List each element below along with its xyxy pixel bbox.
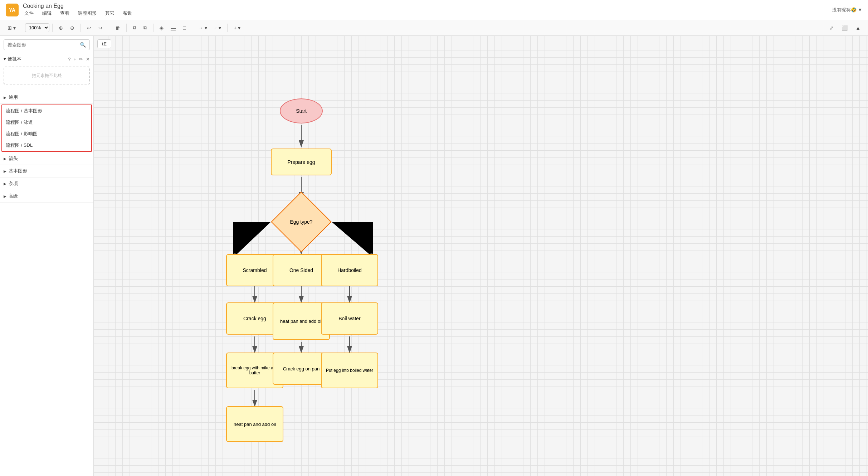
sep2 xyxy=(52,24,53,32)
expand-button[interactable]: ⤢ xyxy=(826,23,837,33)
sidebar-item-flowchart-influence[interactable]: 流程图 / 影响图 xyxy=(2,128,91,140)
sep3 xyxy=(81,24,81,32)
search-box: 🔍 xyxy=(4,39,90,50)
nav-group-flowchart-influence: 流程图 / 影响图 xyxy=(2,128,91,140)
notepad-header: ▾ 便笺本 ? + ✏ ✕ xyxy=(0,54,93,64)
zoom-buttons: ⊕ ⊖ xyxy=(55,23,78,33)
titlebar: YA Cooking an Egg 文件 编辑 查看 调整图形 其它 帮助 没有… xyxy=(0,0,868,20)
zoom-select[interactable]: 100% 75% 150% xyxy=(25,23,49,32)
canvas-area[interactable]: tE xyxy=(94,36,868,476)
undo-button[interactable]: ↩ xyxy=(84,23,94,33)
sep5 xyxy=(126,24,127,32)
sep8 xyxy=(227,24,228,32)
sep7 xyxy=(192,24,192,32)
chevron-right-icon-3: ▶ xyxy=(4,169,6,173)
sidebar-item-basic-shape[interactable]: ▶ 基本图形 xyxy=(0,165,93,178)
zoom-in-button[interactable]: ⊕ xyxy=(55,23,66,33)
fullscreen-button[interactable]: ⬜ xyxy=(838,23,851,33)
zoom-toolbar-group: 100% 75% 150% xyxy=(25,23,49,32)
format-buttons: ◈ — □ xyxy=(156,23,189,33)
nav-group-flowchart-swim: 流程图 / 泳道 xyxy=(2,117,91,128)
notepad-label[interactable]: ▾ 便笺本 xyxy=(4,56,21,62)
sep6 xyxy=(153,24,153,32)
sidebar-item-misc[interactable]: ▶ 杂项 xyxy=(0,178,93,190)
sep1 xyxy=(22,24,22,32)
paste-button[interactable]: ⧉ xyxy=(140,23,150,33)
sidebar-item-arrow[interactable]: ▶ 箭头 xyxy=(0,152,93,165)
zoom-out-button[interactable]: ⊖ xyxy=(67,23,78,33)
redo-button[interactable]: ↪ xyxy=(95,23,106,33)
notepad-section: ▾ 便笺本 ? + ✏ ✕ 把元素拖至此处 xyxy=(0,54,93,91)
notepad-icons: ? + ✏ ✕ xyxy=(68,57,90,62)
search-input[interactable] xyxy=(8,42,80,48)
copy-buttons: ⧉ ⧉ xyxy=(130,23,150,33)
menu-shape[interactable]: 调整图形 xyxy=(77,9,98,17)
app-logo: YA xyxy=(6,4,19,16)
sidebar-item-flowchart-basic[interactable]: 流程图 / 基本图形 xyxy=(2,105,91,117)
nav-group-basic-shape: ▶ 基本图形 xyxy=(0,165,93,178)
sidebar-item-flowchart-swim[interactable]: 流程图 / 泳道 xyxy=(2,117,91,128)
shape-outline-button[interactable]: □ xyxy=(180,23,189,33)
expand-buttons: ⤢ ⬜ ▲ xyxy=(826,23,864,33)
connector-buttons: → ▾ ⌐ ▾ xyxy=(195,23,224,33)
chevron-right-icon-2: ▶ xyxy=(4,157,6,161)
copy-button[interactable]: ⧉ xyxy=(130,23,140,33)
heat-pan-2-node[interactable]: heat pan and add oil xyxy=(226,406,283,442)
notepad-help-icon[interactable]: ? xyxy=(68,57,70,62)
delete-button[interactable]: 🗑 xyxy=(112,23,123,33)
menu-other[interactable]: 其它 xyxy=(104,9,116,17)
straight-connector-button[interactable]: → ▾ xyxy=(195,23,210,33)
view-toggle-button[interactable]: ⊞ ▾ xyxy=(4,23,19,33)
nav-group-arrow: ▶ 箭头 xyxy=(0,152,93,165)
collapse-button[interactable]: ▲ xyxy=(852,23,864,33)
notepad-close-icon[interactable]: ✕ xyxy=(86,57,90,62)
nav-group-general-label: 通用 xyxy=(9,94,18,101)
chevron-right-icon-5: ▶ xyxy=(4,194,6,198)
line-color-button[interactable]: — xyxy=(167,23,179,33)
menu-help[interactable]: 帮助 xyxy=(122,9,134,17)
sidebar-item-flowchart-sdl[interactable]: 流程图 / SDL xyxy=(2,140,91,151)
sidebar-item-general[interactable]: ▶ 通用 xyxy=(0,91,93,104)
app-title: Cooking an Egg xyxy=(23,3,832,9)
main-layout: 🔍 ▾ 便笺本 ? + ✏ ✕ 把元素拖至此处 ▶ 通用 xyxy=(0,36,868,476)
nav-group-advanced: ▶ 高级 xyxy=(0,190,93,203)
sidebar-item-advanced[interactable]: ▶ 高级 xyxy=(0,190,93,203)
notepad-drop-zone: 把元素拖至此处 xyxy=(4,67,90,84)
flowchart-arrows xyxy=(94,36,868,476)
sep4 xyxy=(109,24,109,32)
menu-edit[interactable]: 编辑 xyxy=(41,9,53,17)
elbow-connector-button[interactable]: ⌐ ▾ xyxy=(211,23,224,33)
nav-group-misc-label: 杂项 xyxy=(9,180,18,187)
highlighted-groups: 流程图 / 基本图形 流程图 / 泳道 流程图 / 影响图 流程图 / SDL xyxy=(1,105,92,152)
tab-indicator: tE xyxy=(97,39,111,48)
nav-group-arrow-label: 箭头 xyxy=(9,155,18,162)
chevron-right-icon-4: ▶ xyxy=(4,182,6,186)
nav-group-general: ▶ 通用 xyxy=(0,91,93,104)
user-area[interactable]: 没有昵称🤣 ▼ xyxy=(832,7,862,13)
chevron-right-icon: ▶ xyxy=(4,96,6,99)
put-egg-node[interactable]: Put egg into boiled water xyxy=(321,353,378,388)
history-buttons: ↩ ↪ xyxy=(84,23,106,33)
prepare-egg-node[interactable]: Prepare egg xyxy=(271,149,332,175)
toolbar: ⊞ ▾ 100% 75% 150% ⊕ ⊖ ↩ ↪ 🗑 ⧉ ⧉ ◈ — □ → … xyxy=(0,20,868,36)
search-icon[interactable]: 🔍 xyxy=(80,42,86,48)
hardboiled-node[interactable]: Hardboiled xyxy=(321,254,378,286)
start-node[interactable]: Start xyxy=(280,98,323,123)
nav-group-flowchart-basic: 流程图 / 基本图形 xyxy=(2,105,91,117)
egg-type-node[interactable]: Egg type? xyxy=(257,199,346,245)
nav-group-misc: ▶ 杂项 xyxy=(0,178,93,190)
boil-water-node[interactable]: Boil water xyxy=(321,302,378,335)
add-shape-button[interactable]: + ▾ xyxy=(230,23,244,33)
nav-group-flowchart-sdl: 流程图 / SDL xyxy=(2,140,91,151)
sidebar: 🔍 ▾ 便笺本 ? + ✏ ✕ 把元素拖至此处 ▶ 通用 xyxy=(0,36,94,476)
sidebar-nav: ▶ 通用 流程图 / 基本图形 流程图 / 泳道 流程图 / 影响图 流程图 /… xyxy=(0,91,93,476)
menu-bar: 文件 编辑 查看 调整图形 其它 帮助 xyxy=(23,9,832,17)
notepad-edit-icon[interactable]: ✏ xyxy=(79,57,83,62)
menu-view[interactable]: 查看 xyxy=(59,9,71,17)
fill-color-button[interactable]: ◈ xyxy=(156,23,167,33)
notepad-add-icon[interactable]: + xyxy=(73,57,76,62)
nav-group-advanced-label: 高级 xyxy=(9,193,18,199)
menu-file[interactable]: 文件 xyxy=(23,9,35,17)
title-section: Cooking an Egg 文件 编辑 查看 调整图形 其它 帮助 xyxy=(23,3,832,17)
view-toolbar-group: ⊞ ▾ xyxy=(4,23,19,33)
